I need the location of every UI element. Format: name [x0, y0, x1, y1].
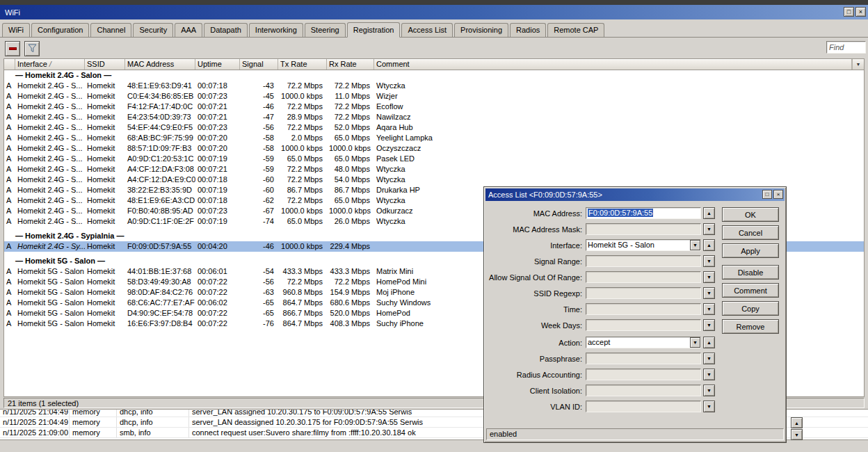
- table-row[interactable]: AHomekit 2.4G - S...Homekit54:EF:44:C9:E…: [4, 122, 864, 133]
- column-header-mac-address[interactable]: MAC Address: [125, 59, 195, 70]
- tab-remote-cap[interactable]: Remote CAP: [547, 23, 604, 37]
- field-label: Time:: [487, 305, 586, 314]
- column-header-tx-rate[interactable]: Tx Rate: [278, 59, 327, 70]
- dropdown-button[interactable]: ▼: [690, 240, 700, 250]
- cancel-button[interactable]: Cancel: [722, 225, 779, 240]
- cell-flag: A: [4, 154, 15, 164]
- comment-button[interactable]: Comment: [722, 283, 779, 298]
- field-mac-address: MAC Address:F0:09:0D:57:9A:55▲: [487, 207, 721, 219]
- tab-provisioning[interactable]: Provisioning: [454, 23, 508, 37]
- table-row[interactable]: AHomekit 2.4G - S...Homekit48:E1:E9:63:D…: [4, 81, 864, 91]
- table-row[interactable]: AHomekit 2.4G - S...HomekitA4:CF:12:DA:F…: [4, 164, 864, 175]
- restore-button[interactable]: □: [844, 7, 854, 17]
- column-header-signal[interactable]: Signal: [240, 59, 278, 70]
- log-cell-topics: dhcp, info: [117, 417, 189, 427]
- field-input[interactable]: [586, 303, 701, 315]
- cell-comment: Wizjer: [374, 91, 864, 102]
- scroll-up-button[interactable]: ▲: [791, 417, 803, 428]
- log-cell-buffer: memory: [70, 428, 117, 437]
- expand-arrow-button[interactable]: ▼: [703, 271, 715, 283]
- column-header-uptime[interactable]: Uptime: [195, 59, 240, 70]
- table-row[interactable]: AHomekit 2.4G - S...Homekit68:AB:BC:9F:7…: [4, 133, 864, 143]
- table-row[interactable]: AHomekit 2.4G - S...HomekitE4:23:54:0D:3…: [4, 112, 864, 122]
- disable-button[interactable]: Disable: [722, 265, 779, 280]
- column-header-flag[interactable]: [4, 59, 15, 70]
- field-input[interactable]: [586, 319, 701, 331]
- column-header-interface[interactable]: Interface/: [15, 59, 85, 70]
- tab-interworking[interactable]: Interworking: [249, 23, 303, 37]
- expand-arrow-button[interactable]: ▼: [703, 353, 715, 364]
- expand-arrow-button[interactable]: ▼: [703, 223, 715, 235]
- filter-button[interactable]: [24, 41, 40, 56]
- collapse-arrow-button[interactable]: ▲: [703, 207, 715, 219]
- ok-button[interactable]: OK: [722, 207, 779, 222]
- cell-flag: A: [4, 175, 15, 185]
- expand-arrow-button[interactable]: ▼: [703, 401, 715, 412]
- expand-arrow-button[interactable]: ▼: [703, 369, 715, 380]
- cell-mac: F0:09:0D:57:9A:55: [125, 241, 195, 252]
- expand-arrow-button[interactable]: ▼: [703, 303, 715, 315]
- tab-access-list[interactable]: Access List: [401, 23, 453, 37]
- field-input[interactable]: [586, 401, 701, 412]
- tab-security[interactable]: Security: [133, 23, 173, 37]
- expand-arrow-button[interactable]: ▼: [703, 255, 715, 267]
- copy-button[interactable]: Copy: [722, 301, 779, 316]
- close-button[interactable]: ×: [855, 7, 866, 17]
- field-input[interactable]: Homekit 5G - Salon▼: [586, 239, 701, 251]
- tab-channel[interactable]: Channel: [90, 23, 131, 37]
- column-header-rx-rate[interactable]: Rx Rate: [327, 59, 374, 70]
- cell-signal: -45: [240, 91, 278, 102]
- cell-signal: -74: [240, 216, 278, 227]
- column-options-button[interactable]: ▼: [852, 59, 864, 70]
- table-row[interactable]: AHomekit 2.4G - S...HomekitC0:E4:34:B6:8…: [4, 91, 864, 102]
- field-input[interactable]: [586, 223, 701, 235]
- table-row[interactable]: AHomekit 2.4G - S...HomekitF4:12:FA:17:4…: [4, 102, 864, 112]
- tab-aaa[interactable]: AAA: [175, 23, 202, 37]
- dropdown-button[interactable]: ▼: [690, 337, 700, 348]
- cell-interface: Homekit 2.4G - S...: [15, 133, 85, 143]
- window-title: WiFi: [5, 8, 20, 17]
- field-input[interactable]: [586, 353, 701, 364]
- collapse-arrow-button[interactable]: ▲: [703, 337, 715, 348]
- table-row[interactable]: AHomekit 2.4G - S...Homekit88:57:1D:09:7…: [4, 143, 864, 154]
- cell-interface: Homekit 5G - Salon: [15, 266, 85, 277]
- tab-steering[interactable]: Steering: [305, 23, 346, 37]
- remove-entry-button[interactable]: [5, 41, 20, 56]
- tab-wifi[interactable]: WiFi: [2, 23, 30, 37]
- find-input[interactable]: [826, 41, 866, 54]
- cell-comment: Wtyczka: [374, 81, 864, 91]
- field-input[interactable]: [586, 271, 701, 283]
- field-input[interactable]: [586, 287, 701, 299]
- cell-rx: 48.0 Mbps: [327, 164, 374, 175]
- dialog-restore-button[interactable]: □: [762, 190, 772, 199]
- tab-configuration[interactable]: Configuration: [31, 23, 89, 37]
- expand-arrow-button[interactable]: ▼: [703, 319, 715, 331]
- dialog-titlebar[interactable]: Access List <F0:09:0D:57:9A:55> □ ×: [485, 188, 785, 201]
- remove-button[interactable]: Remove: [722, 319, 779, 334]
- log-cell-topics: dhcp, info: [117, 409, 189, 417]
- field-input[interactable]: [586, 369, 701, 380]
- scroll-down-button[interactable]: ▼: [791, 429, 803, 440]
- tab-radios[interactable]: Radios: [510, 23, 546, 37]
- window-titlebar[interactable]: WiFi □ ×: [0, 5, 868, 19]
- column-header-ssid[interactable]: SSID: [85, 59, 125, 70]
- table-row[interactable]: AHomekit 2.4G - S...HomekitA0:9D:C1:20:5…: [4, 154, 864, 164]
- cell-rx: 680.6 Mbps: [327, 298, 374, 308]
- field-input[interactable]: accept▼: [586, 337, 701, 348]
- cell-mac: A4:CF:12:DA:E9:C0: [125, 175, 195, 185]
- cell-tx: 72.2 Mbps: [278, 102, 327, 112]
- expand-arrow-button[interactable]: ▼: [703, 287, 715, 299]
- table-row[interactable]: AHomekit 2.4G - S...HomekitA4:CF:12:DA:E…: [4, 175, 864, 185]
- field-input[interactable]: [586, 385, 701, 396]
- field-input[interactable]: [586, 255, 701, 267]
- cell-comment: Ecoflow: [374, 102, 864, 112]
- collapse-arrow-button[interactable]: ▲: [703, 239, 715, 251]
- expand-arrow-button[interactable]: ▼: [703, 385, 715, 396]
- dialog-close-button[interactable]: ×: [773, 190, 783, 199]
- tab-datapath[interactable]: Datapath: [204, 23, 248, 37]
- field-input[interactable]: F0:09:0D:57:9A:55: [586, 207, 701, 219]
- cell-rx: 72.2 Mbps: [327, 112, 374, 122]
- column-header-comment[interactable]: Comment: [374, 59, 852, 70]
- apply-button[interactable]: Apply: [722, 243, 779, 258]
- tab-registration[interactable]: Registration: [347, 22, 401, 38]
